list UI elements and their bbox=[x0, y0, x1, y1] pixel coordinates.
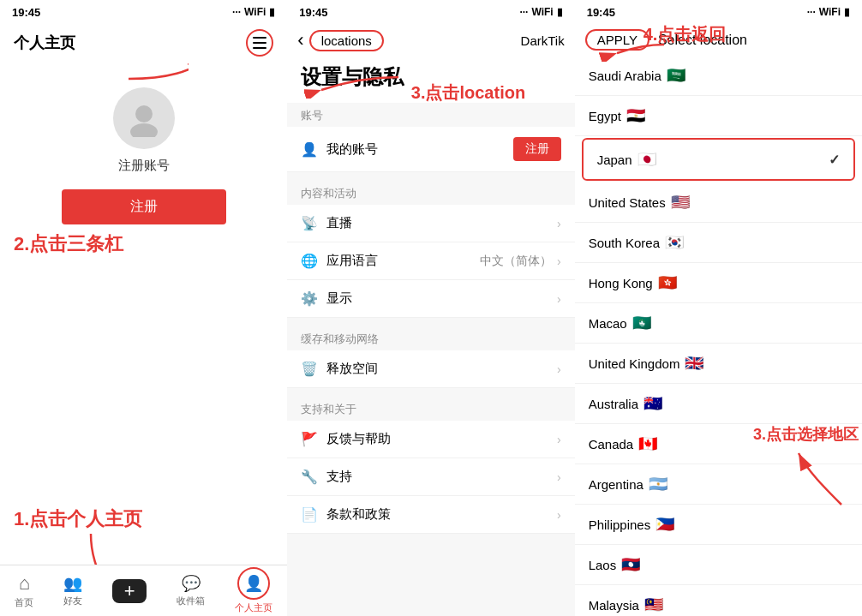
inbox-icon: 💬 bbox=[182, 574, 201, 593]
status-icons-2: ··· WiFi ▮ bbox=[519, 6, 562, 18]
location-flag: 🇬🇧 bbox=[685, 354, 703, 373]
location-item-south-korea[interactable]: South Korea🇰🇷 bbox=[575, 223, 862, 263]
support-icon: 🔧 bbox=[301, 469, 318, 485]
location-flag: 🇭🇰 bbox=[658, 273, 677, 292]
nav-profile[interactable]: 👤 个人主页 bbox=[235, 567, 272, 614]
back-arrow-icon[interactable]: ‹ bbox=[297, 29, 303, 51]
hamburger-line-3 bbox=[253, 47, 266, 49]
feedback-item[interactable]: 🚩 反馈与帮助 › bbox=[287, 421, 574, 458]
location-item-hong-kong[interactable]: Hong Kong🇭🇰 bbox=[575, 263, 862, 303]
instruction1-text: 1.点击个人主页 bbox=[14, 508, 142, 529]
language-label: 应用语言 bbox=[326, 253, 480, 269]
location-name: Japan bbox=[597, 153, 632, 167]
settings-header: ‹ locations DarkTik bbox=[287, 24, 574, 57]
location-list: Saudi Arabia🇸🇦Egypt🇪🇬Japan🇯🇵✓United Stat… bbox=[575, 56, 862, 616]
instruction2-area: 2.点击三条杠 bbox=[0, 233, 287, 255]
instruction1-area: 1.点击个人主页 bbox=[14, 508, 287, 530]
status-bar-3: 19:45 ··· WiFi ▮ bbox=[575, 0, 862, 24]
arrow3b-svg bbox=[790, 445, 859, 513]
chevron-storage: › bbox=[557, 362, 561, 376]
support-item[interactable]: 🔧 支持 › bbox=[287, 458, 574, 496]
location-name: United States bbox=[589, 195, 666, 210]
hamburger-line-2 bbox=[253, 42, 266, 44]
language-value: 中文（简体） bbox=[480, 254, 552, 269]
nav-inbox[interactable]: 💬 收件箱 bbox=[177, 574, 205, 607]
free-space-label: 释放空间 bbox=[326, 361, 552, 377]
location-flag: 🇲🇾 bbox=[644, 595, 663, 614]
location-flag: 🇱🇦 bbox=[621, 555, 640, 574]
location-flag: 🇺🇸 bbox=[671, 193, 690, 212]
my-account-label: 我的账号 bbox=[326, 141, 512, 158]
svg-point-0 bbox=[135, 105, 153, 123]
instruction3b-text: 3.点击选择地区 bbox=[753, 426, 859, 445]
location-name: Laos bbox=[589, 558, 617, 572]
livestream-item[interactable]: 📡 直播 › bbox=[287, 205, 574, 242]
locations-button[interactable]: locations bbox=[309, 30, 384, 51]
account-icon: 👤 bbox=[301, 141, 318, 158]
location-flag: 🇦🇷 bbox=[649, 475, 667, 493]
instruction4-text: 4.点击返回 bbox=[644, 25, 727, 44]
location-flag: 🇵🇭 bbox=[655, 515, 674, 534]
location-name: Canada bbox=[589, 437, 634, 452]
network-section-label: 缓存和移动网络 bbox=[287, 326, 574, 350]
nav-profile-label: 个人主页 bbox=[235, 601, 272, 614]
display-label: 显示 bbox=[326, 290, 552, 307]
location-name: United Kingdom bbox=[589, 356, 680, 371]
instruction3-text: 3.点击location bbox=[411, 83, 525, 102]
free-space-item[interactable]: 🗑️ 释放空间 › bbox=[287, 350, 574, 388]
my-account-item[interactable]: 👤 我的账号 注册 bbox=[287, 127, 574, 172]
arrow3-svg bbox=[304, 56, 407, 99]
support-label: 支持 bbox=[326, 469, 552, 485]
hamburger-line-1 bbox=[253, 37, 266, 39]
plus-icon: + bbox=[124, 580, 135, 602]
location-item-united-states[interactable]: United States🇺🇸 bbox=[575, 182, 862, 223]
display-icon: ⚙️ bbox=[301, 290, 318, 307]
location-item-macao[interactable]: Macao🇲🇴 bbox=[575, 303, 862, 344]
nav-friends[interactable]: 👥 好友 bbox=[63, 574, 82, 607]
terms-item[interactable]: 📄 条款和政策 › bbox=[287, 496, 574, 534]
account-register-btn[interactable]: 注册 bbox=[513, 137, 561, 161]
instruction4-text-area: 4.点击返回 bbox=[644, 24, 727, 45]
time-2: 19:45 bbox=[299, 6, 327, 19]
language-icon: 🌐 bbox=[301, 253, 318, 269]
friends-icon: 👥 bbox=[63, 574, 82, 593]
register-button[interactable]: 注册 bbox=[62, 189, 226, 224]
location-item-australia[interactable]: Australia🇦🇺 bbox=[575, 384, 862, 424]
arrow1-svg bbox=[17, 45, 189, 96]
location-flag: 🇦🇺 bbox=[644, 394, 662, 413]
terms-label: 条款和政策 bbox=[326, 506, 552, 523]
panel1-profile: 19:45 ··· WiFi ▮ 个人主页 注册账号 注册 2.点击三条杠 bbox=[0, 0, 287, 616]
panel2-settings: 19:45 ··· WiFi ▮ ‹ locations DarkTik 设置与… bbox=[287, 0, 574, 616]
home-icon: ⌂ bbox=[19, 572, 30, 595]
location-name: Malaysia bbox=[589, 598, 639, 613]
bottom-nav: ⌂ 首页 👥 好友 + 💬 收件箱 👤 个人主页 bbox=[0, 565, 287, 616]
nav-home[interactable]: ⌂ 首页 bbox=[15, 572, 33, 609]
location-item-japan[interactable]: Japan🇯🇵✓ bbox=[582, 138, 855, 181]
nav-add[interactable]: + bbox=[112, 579, 147, 603]
chevron-support: › bbox=[557, 470, 561, 484]
instruction3b-area: 3.点击选择地区 bbox=[753, 426, 859, 513]
plus-button[interactable]: + bbox=[112, 579, 147, 603]
location-item-malaysia[interactable]: Malaysia🇲🇾 bbox=[575, 585, 862, 616]
profile-circle: 👤 bbox=[237, 567, 270, 600]
instruction2-text: 2.点击三条杠 bbox=[14, 233, 123, 254]
settings-list: 账号 👤 我的账号 注册 内容和活动 📡 直播 › 🌐 应用语言 中文（简体） … bbox=[287, 103, 574, 616]
instruction3-area: 3.点击location bbox=[304, 56, 525, 103]
avatar bbox=[113, 87, 175, 149]
location-name: South Korea bbox=[589, 236, 660, 250]
location-flag: 🇨🇦 bbox=[638, 434, 657, 453]
location-flag: 🇸🇦 bbox=[667, 66, 685, 85]
section-divider-2 bbox=[287, 318, 574, 326]
chevron-live: › bbox=[557, 217, 561, 230]
location-item-united-kingdom[interactable]: United Kingdom🇬🇧 bbox=[575, 344, 862, 384]
nav-home-label: 首页 bbox=[15, 596, 33, 609]
location-flag: 🇲🇴 bbox=[632, 314, 651, 332]
status-bar-2: 19:45 ··· WiFi ▮ bbox=[287, 0, 574, 24]
location-flag: 🇯🇵 bbox=[638, 150, 656, 169]
hamburger-button[interactable] bbox=[246, 29, 273, 57]
display-item[interactable]: ⚙️ 显示 › bbox=[287, 280, 574, 318]
location-item-egypt[interactable]: Egypt🇪🇬 bbox=[575, 96, 862, 136]
language-item[interactable]: 🌐 应用语言 中文（简体） › bbox=[287, 242, 574, 280]
time-3: 19:45 bbox=[587, 6, 615, 19]
location-item-laos[interactable]: Laos🇱🇦 bbox=[575, 545, 862, 585]
